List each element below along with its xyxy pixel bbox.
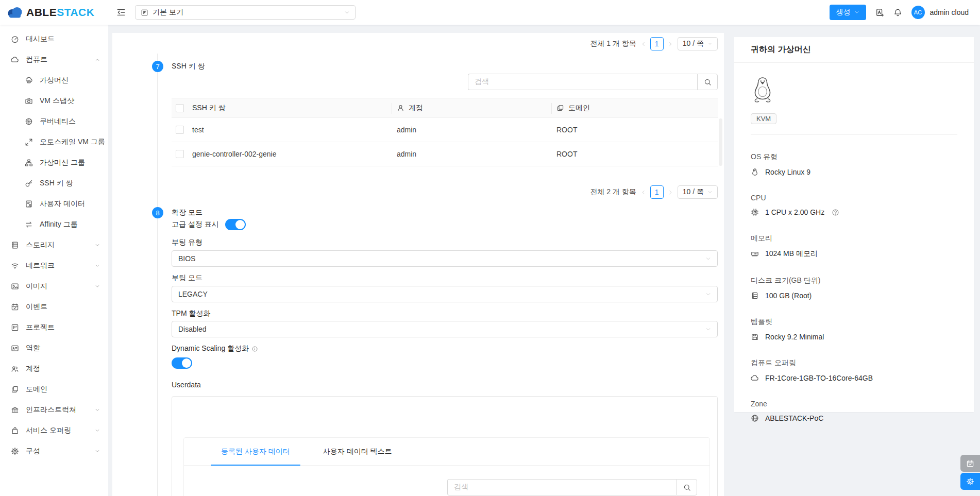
page-size-select[interactable]: 10 / 쪽 xyxy=(678,185,718,199)
sidebar-item-network[interactable]: 네트워크 xyxy=(0,257,108,275)
column-header-domain[interactable]: 도메인 xyxy=(556,98,718,117)
sidebar-item-domains[interactable]: 도메인 xyxy=(0,381,108,398)
page-button[interactable]: 1 xyxy=(650,37,664,50)
sidebar-item-ssh-key-pairs[interactable]: SSH 키 쌍 xyxy=(0,175,108,192)
search-icon xyxy=(683,484,691,491)
settings-shortcut-button[interactable] xyxy=(960,473,980,490)
bank-icon xyxy=(11,406,19,414)
chevron-up-icon xyxy=(95,57,100,62)
step-8-title: 확장 모드 xyxy=(172,208,202,217)
page-size-select[interactable]: 10 / 쪽 xyxy=(678,37,718,50)
select-all-checkbox[interactable] xyxy=(176,104,184,112)
vm-spec-list: OS 유형Rocky Linux 9CPU1 CPU x 2.00 GHz메모리… xyxy=(751,152,957,422)
spec-value: 100 GB (Root) xyxy=(751,292,957,300)
sidebar-item-compute[interactable]: 컴퓨트 xyxy=(0,51,108,69)
cell-account: admin xyxy=(397,150,556,158)
table-scrollbar[interactable] xyxy=(719,118,722,166)
boot-mode-select[interactable]: LEGACY xyxy=(172,286,718,302)
register-userdata-icon[interactable] xyxy=(875,8,884,17)
page-button[interactable]: 1 xyxy=(650,185,664,199)
user-doc-icon xyxy=(25,200,33,208)
person-icon xyxy=(397,104,404,112)
sidebar-item-label: 대시보드 xyxy=(26,35,55,44)
sidebar-item-projects[interactable]: 프로젝트 xyxy=(0,319,108,336)
user-name[interactable]: admin cloud xyxy=(930,8,969,16)
sidebar-item-affinity-groups[interactable]: Affinity 그룹 xyxy=(0,216,108,233)
sidebar-item-roles[interactable]: 역할 xyxy=(0,339,108,357)
userdata-search: 검색 xyxy=(447,479,697,495)
avatar[interactable]: AC xyxy=(911,6,925,19)
step-7-badge: 7 xyxy=(152,61,163,72)
table-row[interactable]: genie-controller-002-genieadminROOT xyxy=(172,142,718,166)
sidebar-item-events[interactable]: 이벤트 xyxy=(0,298,108,316)
gear-icon xyxy=(11,447,19,455)
info-circle-icon[interactable] xyxy=(251,346,258,352)
app-header: ABLESTACK 기본 보기 생성 AC admin cloud xyxy=(0,0,980,25)
sidebar-item-label: 네트워크 xyxy=(26,261,55,270)
step-8-badge: 8 xyxy=(152,207,163,218)
table-row[interactable]: testadminROOT xyxy=(172,118,718,142)
events-shortcut-button[interactable] xyxy=(960,455,980,472)
search-icon xyxy=(704,78,712,86)
logo[interactable]: ABLESTACK xyxy=(0,6,108,19)
sidebar-item-label: 역할 xyxy=(26,344,40,353)
sidebar-item-vm-snapshots[interactable]: VM 스냅샷 xyxy=(0,92,108,110)
sidebar-item-configuration[interactable]: 구성 xyxy=(0,442,108,460)
sidebar-item-service-offerings[interactable]: 서비스 오퍼링 xyxy=(0,422,108,439)
ssh-search-input[interactable]: 검색 xyxy=(468,74,697,90)
menu-fold-icon[interactable] xyxy=(116,8,126,17)
userdata-tab-1[interactable]: 등록된 사용자 데이터 xyxy=(211,438,300,465)
search-button[interactable] xyxy=(697,74,718,90)
gear-icon xyxy=(966,477,974,486)
sidebar-item-storage[interactable]: 스토리지 xyxy=(0,236,108,254)
cell-domain: ROOT xyxy=(556,150,718,158)
next-page-icon[interactable] xyxy=(668,190,673,195)
sidebar-item-dashboard[interactable]: 대시보드 xyxy=(0,30,108,48)
sidebar-item-label: Affinity 그룹 xyxy=(40,220,78,229)
kubernetes-icon xyxy=(25,117,33,126)
next-page-icon[interactable] xyxy=(668,41,673,47)
column-header-keypair[interactable]: SSH 키 쌍 xyxy=(188,98,397,117)
sidebar-item-images[interactable]: 이미지 xyxy=(0,278,108,295)
sidebar-item-accounts[interactable]: 계정 xyxy=(0,360,108,378)
column-header-account[interactable]: 계정 xyxy=(397,98,556,117)
notifications-bell-icon[interactable] xyxy=(893,8,902,17)
question-circle-icon[interactable] xyxy=(832,209,839,216)
userdata-search-input[interactable]: 검색 xyxy=(447,479,677,495)
chevron-down-icon xyxy=(95,243,100,248)
sidebar-item-label: 프로젝트 xyxy=(26,323,55,332)
create-button[interactable]: 생성 xyxy=(830,5,866,20)
sidebar-item-autoscale-vm-groups[interactable]: 오토스케일 VM 그룹 xyxy=(0,133,108,151)
disk-icon xyxy=(751,292,759,300)
dynamic-scaling-label: Dynamic Scaling 활성화 xyxy=(172,344,249,353)
sidebar-item-vm-groups[interactable]: 가상머신 그룹 xyxy=(0,154,108,172)
row-checkbox[interactable] xyxy=(176,150,184,158)
deploy-vm-wizard: 전체 1 개 항목110 / 쪽 7 SSH 키 쌍 검색 SSH 키 쌍계정도… xyxy=(112,33,724,496)
step-7-title: SSH 키 쌍 xyxy=(172,62,205,71)
search-button[interactable] xyxy=(677,479,697,495)
view-selector-value: 기본 보기 xyxy=(153,8,183,17)
cell-keypair: genie-controller-002-genie xyxy=(188,150,397,158)
advanced-settings-toggle[interactable] xyxy=(225,219,246,230)
spec-value: ABLESTACK-PoC xyxy=(751,414,957,422)
hypervisor-badge: KVM xyxy=(751,113,776,124)
pagination-bottom-total: 전체 2 개 항목 xyxy=(590,187,636,197)
prev-page-icon[interactable] xyxy=(640,190,646,195)
userdata-tab-2[interactable]: 사용자 데이터 텍스트 xyxy=(313,438,402,465)
sidebar-item-virtual-machines[interactable]: 가상머신 xyxy=(0,72,108,89)
dashboard-icon xyxy=(11,35,19,43)
spec-label: 메모리 xyxy=(751,234,957,243)
view-selector[interactable]: 기본 보기 xyxy=(135,5,356,20)
sidebar-item-infrastructure[interactable]: 인프라스트럭쳐 xyxy=(0,401,108,419)
boot-type-select[interactable]: BIOS xyxy=(172,250,718,267)
cloud-server-icon xyxy=(25,76,33,84)
tpm-select[interactable]: Disabled xyxy=(172,321,718,337)
sidebar-item-kubernetes[interactable]: 쿠버네티스 xyxy=(0,113,108,130)
caret-down-icon xyxy=(854,10,859,15)
ram-icon xyxy=(751,250,759,258)
sidebar-item-user-data[interactable]: 사용자 데이터 xyxy=(0,195,108,213)
dynamic-scaling-toggle[interactable] xyxy=(172,357,192,369)
prev-page-icon[interactable] xyxy=(640,41,646,47)
row-checkbox[interactable] xyxy=(176,126,184,134)
divider xyxy=(751,134,957,135)
